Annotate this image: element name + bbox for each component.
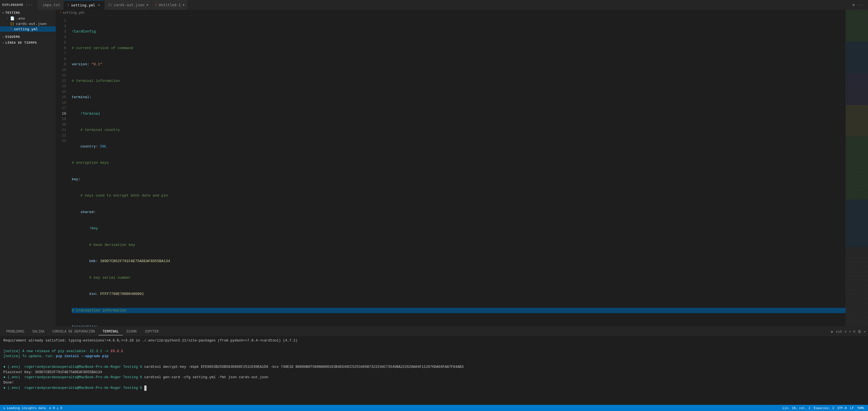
term-tab-digma[interactable]: DIGMA	[123, 328, 141, 335]
sidebar-section-timeline[interactable]: › LÍNEA DE TIEMPO	[0, 40, 56, 46]
sidebar: ▾ TESTING › 📄 .env {} cards-out.json ! s…	[0, 10, 56, 326]
code-area[interactable]: !CardConfig # current version of command…	[69, 16, 845, 326]
tab-label-cards: cards-out.json	[114, 3, 145, 7]
term-line-notice2: [notice] To update, run: pip install --u…	[3, 354, 865, 359]
sidebar-section-testing[interactable]: ▾ TESTING	[0, 10, 56, 16]
code-line-17: ksn: FFFF7708E70000400001	[72, 291, 845, 297]
term-tab-terminal[interactable]: TERMINAL	[99, 328, 123, 335]
ln-20: 20	[58, 122, 66, 127]
code-line-9: # encryption keys	[72, 160, 845, 166]
breadcrumb-filename: setting.yml	[62, 11, 85, 14]
ln-21: 21	[58, 127, 66, 133]
term-line-notice1: [notice] A new release of pip available:…	[3, 349, 865, 354]
chevron-env-icon: ›	[7, 17, 8, 20]
status-errors[interactable]: ⊘ 0 △ 0	[49, 406, 62, 410]
ln-6: 6	[58, 46, 66, 51]
term-line-cmd1: ● (.env) rogerrandycardenasperalta@MacBo…	[3, 364, 865, 370]
tab-untitled[interactable]: ! Untitled-1 ●	[152, 0, 188, 10]
code-line-19: transaction:	[72, 324, 845, 326]
ln-16: 16	[58, 100, 66, 106]
tab-impo[interactable]: impo.txt	[37, 0, 64, 10]
sidebar-section-testing-label: TESTING	[5, 11, 20, 14]
tab-close-setting[interactable]: ×	[97, 2, 101, 7]
minimap	[845, 10, 868, 326]
ln-13: 13	[58, 84, 66, 89]
ln-22: 22	[58, 133, 66, 139]
loading-spin-icon: ↻	[3, 406, 5, 410]
ln-18: 18	[58, 111, 66, 117]
status-eol[interactable]: LF	[850, 406, 854, 410]
ln-10: 10	[58, 67, 66, 73]
ln-4: 4	[58, 34, 66, 40]
more-actions-icon[interactable]: ···	[857, 3, 864, 7]
ln-1: 1	[58, 18, 66, 24]
code-line-10: key:	[72, 177, 845, 182]
code-line-13: !Key	[72, 226, 845, 231]
sidebar-item-env-label: .env	[16, 16, 25, 21]
term-line-cmd3: ● (.env) rogerrandycardenasperalta@MacBo…	[3, 385, 865, 391]
sidebar-item-env[interactable]: › 📄 .env	[0, 16, 56, 21]
term-line-done: Done!	[3, 380, 865, 385]
error-icon: ⊘	[49, 406, 51, 410]
term-line-cmd2: ● (.env) rogerrandycardenasperalta@MacBo…	[3, 375, 865, 380]
term-tab-debug[interactable]: CONSOLA DE DEPURACIÓN	[48, 328, 99, 335]
code-line-15: bdk: 389D7CB52F791FAE75ADEAF8D55BA134	[72, 259, 845, 264]
split-terminal-icon[interactable]: ⊟	[853, 329, 856, 334]
status-encoding[interactable]: UTF-8	[837, 406, 847, 410]
breadcrumb: ! setting.yml	[56, 10, 845, 16]
tab-bar: impo.txt ! setting.yml × () cards-out.js…	[37, 0, 866, 10]
breadcrumb-icon: !	[59, 11, 61, 14]
term-line-plain: Plaintext Key: 389D7CB52F791FAE75ADEAF8D…	[3, 370, 865, 375]
tab-dirty-untitled: ●	[183, 4, 184, 6]
tab-setting[interactable]: ! setting.yml ×	[64, 0, 104, 10]
editor-content[interactable]: 1 2 3 4 5 6 7 8 9 10 11 12 13 14 15 16 1…	[56, 16, 845, 326]
term-line-req: Requirement already satisfied: typing-ex…	[3, 338, 865, 344]
sidebar-item-cards-label: cards-out.json	[16, 22, 46, 26]
chevron-timeline-icon: ›	[2, 41, 4, 44]
split-editor-icon[interactable]: ⊞	[852, 3, 855, 7]
env-file-icon: 📄	[10, 16, 14, 21]
sidebar-item-setting-label: setting.yml	[14, 27, 38, 31]
term-tab-output[interactable]: SALIDA	[28, 328, 48, 335]
terminal-content[interactable]: Requirement already satisfied: typing-ex…	[0, 336, 868, 405]
term-tab-problems[interactable]: PROBLEMAS	[2, 328, 28, 335]
sidebar-item-cards[interactable]: {} cards-out.json	[0, 21, 56, 26]
code-line-8: country: CHL	[72, 144, 845, 149]
title-bar: EXPLORADOR ··· impo.txt ! setting.yml × …	[0, 0, 868, 10]
setting-file-icon: !	[10, 27, 12, 31]
ln-12: 12	[58, 78, 66, 84]
status-bar: ↻ Loading insights data ⊘ 0 △ 0 Lín. 18,…	[0, 405, 868, 411]
status-spaces[interactable]: Espacios: 2	[814, 406, 834, 410]
warning-icon: △	[57, 406, 59, 410]
tab-icon-setting: !	[67, 3, 69, 7]
ln-14: 14	[58, 89, 66, 95]
cursor	[144, 385, 147, 391]
close-terminal-icon[interactable]: ×	[864, 329, 866, 334]
code-line-5: terminal:	[72, 94, 845, 100]
add-terminal-icon[interactable]: +	[849, 329, 851, 334]
code-line-11: # keys used to encrypt both data and pin	[72, 193, 845, 199]
chevron-schema-icon: ›	[2, 35, 4, 38]
tab-label-setting: setting.yml	[71, 3, 95, 7]
terminal-panel: PROBLEMAS SALIDA CONSOLA DE DEPURACIÓN T…	[0, 326, 868, 405]
status-position[interactable]: Lín. 18, col. 2	[782, 406, 810, 410]
term-tab-jupyter[interactable]: JUPYTER	[141, 328, 163, 335]
code-line-12: shared:	[72, 209, 845, 215]
code-line-1: !CardConfig	[72, 29, 845, 34]
new-terminal-icon[interactable]: ▶ zsh ∨	[831, 329, 847, 334]
kill-terminal-icon[interactable]: 🗑	[858, 329, 861, 334]
sidebar-bottom: › ESQUEMA › LÍNEA DE TIEMPO	[0, 34, 56, 46]
sidebar-section-schema[interactable]: › ESQUEMA	[0, 34, 56, 40]
sidebar-item-setting[interactable]: ! setting.yml	[0, 26, 56, 32]
status-loading[interactable]: ↻ Loading insights data	[3, 406, 46, 410]
ln-2: 2	[58, 24, 66, 29]
tab-label-impo: impo.txt	[42, 3, 60, 7]
title-bar-dots[interactable]: ···	[26, 2, 33, 7]
ln-8: 8	[58, 56, 66, 62]
terminal-tabs: PROBLEMAS SALIDA CONSOLA DE DEPURACIÓN T…	[0, 327, 868, 336]
tab-cards[interactable]: () cards-out.json ●	[104, 0, 152, 10]
code-line-18: # transaction information	[72, 308, 845, 314]
code-line-6: !Terminal	[72, 111, 845, 117]
status-language[interactable]: YAML	[857, 406, 865, 410]
sidebar-section-timeline-label: LÍNEA DE TIEMPO	[5, 41, 37, 45]
